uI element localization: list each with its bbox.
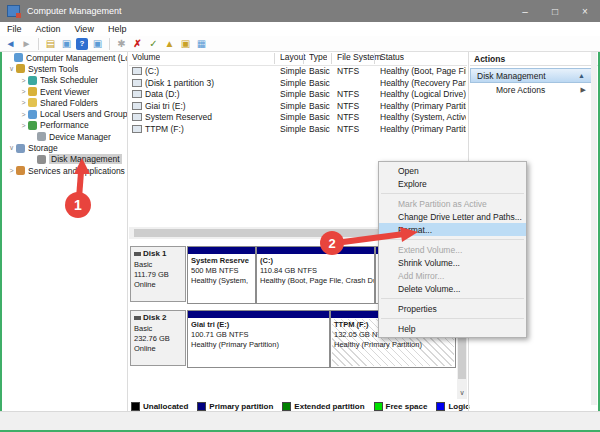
maximize-button[interactable]: □: [540, 0, 570, 22]
tree-item-label: System Tools: [28, 64, 78, 74]
volume-icon: [132, 79, 142, 87]
disk-icon: [134, 252, 141, 256]
expander[interactable]: ∨: [7, 65, 16, 73]
col-layout[interactable]: Layout: [280, 52, 306, 62]
primary-partition-bar: [188, 311, 329, 318]
legend-free-space: Free space: [374, 402, 428, 411]
expander[interactable]: >: [19, 111, 28, 118]
col-status[interactable]: Status: [380, 52, 404, 62]
primary-swatch-icon: [197, 402, 206, 411]
menu-item-extend-volume: Extend Volume...: [379, 243, 526, 256]
expander[interactable]: >: [19, 122, 28, 129]
expander[interactable]: >: [7, 167, 16, 174]
partition-giai-tri[interactable]: Giai tri (E:) 100.71 GB NTFS Healthy (Pr…: [187, 310, 330, 368]
device-icon: [37, 132, 46, 141]
volume-row[interactable]: (C:) SimpleBasic NTFSHealthy (Boot, Page…: [129, 66, 467, 78]
expander[interactable]: ∨: [7, 144, 16, 152]
back-icon[interactable]: ◄: [4, 37, 17, 50]
folder-icon: [28, 98, 37, 107]
unallocated-swatch-icon: [131, 402, 140, 411]
volume-row[interactable]: (Disk 1 partition 3) SimpleBasic Healthy…: [129, 78, 467, 90]
delete-icon[interactable]: ✗: [131, 37, 144, 50]
legend-extended-partition: Extended partition: [282, 402, 364, 411]
tree-item-label: Services and Applications: [28, 166, 125, 176]
menu-item-change-drive-letter[interactable]: Change Drive Letter and Paths...: [379, 210, 526, 223]
actions-panel-title: Actions: [470, 52, 598, 66]
menu-separator: [381, 298, 524, 299]
tree-item-disk-management[interactable]: Disk Management: [2, 154, 127, 165]
toolbar-separator: [109, 38, 110, 50]
menu-action[interactable]: Action: [29, 22, 68, 36]
toolbar-separator: [38, 38, 39, 50]
collapse-icon[interactable]: ▲: [578, 72, 585, 79]
tree-item-local-users-and-groups[interactable]: > Local Users and Groups: [2, 108, 127, 119]
check-disk-icon[interactable]: ✓: [147, 37, 160, 50]
volume-row[interactable]: System Reserved SimpleBasic NTFSHealthy …: [129, 112, 467, 124]
console-tree: Computer Management (Local ∨ System Tool…: [2, 52, 128, 411]
partition-context-menu: Open Explore Mark Partition as Active Ch…: [378, 161, 527, 338]
actions-disk-management[interactable]: Disk Management ▲: [470, 68, 592, 83]
menu-item-format[interactable]: Format...: [379, 223, 526, 236]
status-bar: [0, 411, 600, 430]
disk2-label[interactable]: Disk 2 Basic 232.76 GB Online: [130, 310, 186, 366]
menu-item-shrink-volume[interactable]: Shrink Volume...: [379, 256, 526, 269]
volume-icon: [132, 102, 142, 110]
disk1-label[interactable]: Disk 1 Basic 111.79 GB Online: [130, 246, 186, 302]
close-button[interactable]: ×: [570, 0, 600, 22]
menu-item-explore[interactable]: Explore: [379, 177, 526, 190]
properties-icon[interactable]: ▦: [195, 37, 208, 50]
tree-item-shared-folders[interactable]: > Shared Folders: [2, 97, 127, 108]
menu-item-help[interactable]: Help: [379, 322, 526, 335]
menu-file[interactable]: File: [0, 22, 29, 36]
export-list-icon[interactable]: ▣: [60, 37, 73, 50]
actions-more-actions[interactable]: More Actions ▶: [470, 83, 592, 97]
find-icon[interactable]: ▣: [179, 37, 192, 50]
show-console-tree-icon[interactable]: ▤: [44, 37, 57, 50]
services-icon: [16, 166, 25, 175]
partition-system-reserved[interactable]: System Reserve 500 MB NTFS Healthy (Syst…: [187, 246, 256, 304]
expander[interactable]: >: [19, 88, 28, 95]
menu-view[interactable]: View: [68, 22, 101, 36]
volume-icon: [132, 90, 142, 98]
help-icon[interactable]: ?: [76, 38, 88, 50]
scroll-down-icon[interactable]: ∨: [457, 389, 467, 397]
computer-management-window: Computer Management – □ × File Action Vi…: [0, 0, 600, 432]
menu-item-properties[interactable]: Properties: [379, 302, 526, 315]
disk-icon: [134, 316, 141, 320]
up-folder-icon[interactable]: ▲: [163, 37, 176, 50]
col-type[interactable]: Type: [309, 52, 327, 62]
expander[interactable]: >: [19, 77, 28, 84]
tree-item-task-scheduler[interactable]: > Task Scheduler: [2, 75, 127, 86]
tree-item-device-manager[interactable]: Device Manager: [2, 131, 127, 142]
tree-item-label: Disk Management: [49, 154, 122, 164]
minimize-button[interactable]: –: [510, 0, 540, 22]
tree-item-storage[interactable]: ∨ Storage: [2, 142, 127, 153]
menu-separator: [381, 193, 524, 194]
menu-help[interactable]: Help: [101, 22, 134, 36]
tree-item-computer-management[interactable]: Computer Management (Local: [2, 52, 127, 63]
refresh-icon[interactable]: ✱: [115, 37, 128, 50]
logical-drive-swatch-icon: [436, 402, 445, 411]
tree-item-event-viewer[interactable]: > Event Viewer: [2, 86, 127, 97]
expander[interactable]: >: [19, 99, 28, 106]
menu-item-delete-volume[interactable]: Delete Volume...: [379, 282, 526, 295]
primary-partition-bar: [257, 247, 374, 254]
volume-row[interactable]: Giai tri (E:) SimpleBasic NTFSHealthy (P…: [129, 101, 467, 113]
event-log-icon: [28, 87, 37, 96]
col-volume[interactable]: Volume: [132, 52, 160, 62]
show-action-pane-icon[interactable]: ▣: [91, 37, 104, 50]
users-icon: [28, 110, 37, 119]
volume-row[interactable]: Data (D:) SimpleBasic NTFSHealthy (Logic…: [129, 89, 467, 101]
app-icon: [7, 5, 20, 17]
tree-item-label: Storage: [28, 143, 58, 153]
forward-icon[interactable]: ►: [20, 37, 33, 50]
tree-item-system-tools[interactable]: ∨ System Tools: [2, 63, 127, 74]
menu-item-open[interactable]: Open: [379, 164, 526, 177]
partition-c[interactable]: (C:) 110.84 GB NTFS Healthy (Boot, Page …: [256, 246, 375, 304]
tree-item-performance[interactable]: > Performance: [2, 120, 127, 131]
tools-icon: [16, 64, 25, 73]
actions-scrollbar[interactable]: [591, 52, 597, 405]
tree-item-services-and-applications[interactable]: > Services and Applications: [2, 165, 127, 176]
volume-row[interactable]: TTPM (F:) SimpleBasic NTFSHealthy (Prima…: [129, 124, 467, 136]
menu-item-mark-partition-as-active: Mark Partition as Active: [379, 197, 526, 210]
